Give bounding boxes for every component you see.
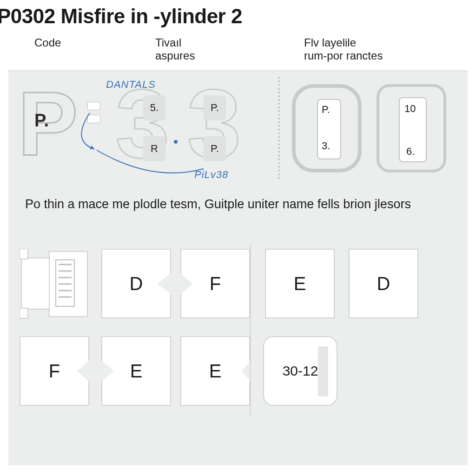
svg-rect-1: [21, 258, 49, 309]
description-text: Po thin a mace me plodle tesm, Guitple u…: [25, 196, 449, 212]
vertical-dotted-divider: [278, 77, 280, 179]
mini-tile-r: R: [143, 136, 165, 161]
header-flv-line2: rum-por ranctes: [304, 49, 453, 62]
big-letter-p: P P.: [18, 85, 78, 162]
header-aspures: Tivaıl aspures: [155, 36, 304, 62]
square-zero-label-6: 6.: [406, 145, 415, 158]
mini-tile-5: 5.: [143, 95, 165, 120]
small-block-1: [87, 102, 100, 110]
header-aspures-line1: Tivaıl: [155, 36, 304, 49]
mini-tile-p-top: P.: [204, 95, 226, 120]
rounded-zero-label-p: P.: [322, 104, 330, 116]
card-b4: 30-12: [263, 336, 337, 406]
svg-rect-10: [20, 249, 28, 259]
svg-rect-3: [56, 260, 74, 306]
header-code: Code: [34, 36, 155, 62]
annotation-dantals: DANTALS: [106, 79, 156, 91]
card-a2: F: [180, 249, 250, 318]
inner-p-label: P.: [34, 113, 49, 128]
page-title: P0302 Misfire in -ylinder 2: [0, 0, 476, 36]
square-zero-label-10: 10: [404, 103, 416, 115]
card-b4-label: 30-12: [283, 363, 318, 379]
rounded-zero-block: P. 3.: [292, 84, 362, 172]
card-b4-tab: [318, 346, 328, 397]
annotation-pilv38: PiLv38: [194, 169, 228, 181]
mini-tile-p-bot: P.: [204, 136, 226, 161]
header-flv-line1: Flv layelile: [304, 36, 453, 49]
square-zero-block: 10 6.: [377, 84, 446, 172]
rounded-zero-label-3: 3.: [322, 140, 330, 152]
svg-rect-11: [20, 308, 28, 318]
card-b3: E: [180, 336, 250, 406]
card-a1: D: [101, 249, 171, 318]
header-flv: Flv layelile rum-por ranctes: [304, 36, 453, 62]
diagram-panel: P P. 3 3 5. R P. P. DANTALS PiLv38 P. 3.…: [8, 70, 468, 465]
small-blocks: [87, 102, 100, 128]
card-a4: D: [349, 249, 418, 318]
vertical-divider-lower: [250, 245, 251, 417]
small-block-2: [87, 115, 100, 123]
connector-icon: [20, 249, 89, 319]
card-b1: F: [20, 336, 89, 406]
card-a3: E: [265, 249, 335, 318]
svg-point-0: [174, 140, 178, 144]
header-aspures-line2: aspures: [155, 49, 304, 62]
column-headers: Code Tivaıl aspures Flv layelile rum-por…: [0, 36, 476, 66]
card-b2: E: [101, 336, 171, 406]
